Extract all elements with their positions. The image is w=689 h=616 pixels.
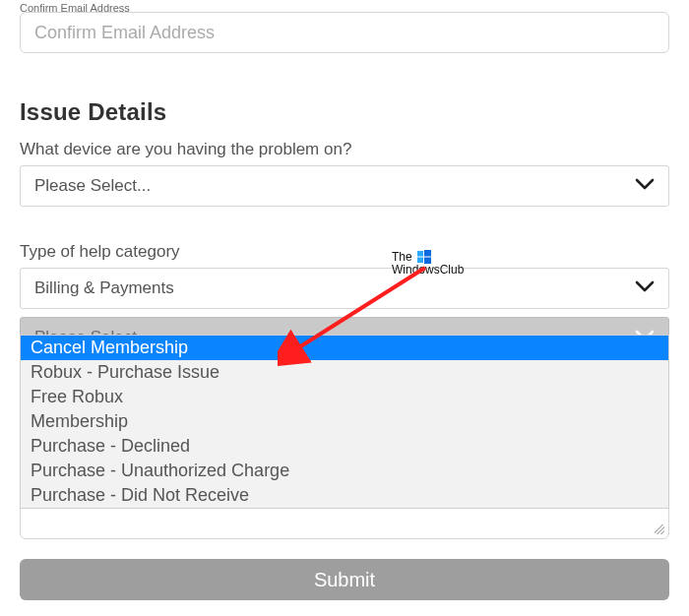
subcategory-option[interactable]: Purchase - Declined — [21, 434, 668, 459]
chevron-down-icon — [635, 176, 655, 196]
device-select[interactable]: Please Select... — [20, 165, 669, 207]
submit-button[interactable]: Submit — [20, 559, 669, 600]
confirm-email-input[interactable] — [20, 12, 669, 53]
subcategory-option[interactable]: Purchase - Unauthorized Charge — [21, 459, 668, 483]
subcategory-option[interactable]: Free Robux — [21, 385, 668, 409]
watermark: The WindowsClub — [392, 250, 464, 277]
help-category-label: Type of help category — [20, 242, 669, 262]
subcategory-option[interactable]: Cancel Membership — [21, 336, 668, 360]
subcategory-option[interactable]: Purchase - Did Not Receive — [21, 483, 668, 508]
windowsclub-logo-icon — [417, 250, 431, 264]
help-category-select[interactable]: Billing & Payments — [20, 268, 669, 309]
chevron-down-icon — [635, 278, 655, 298]
svg-rect-0 — [417, 251, 423, 257]
device-select-value: Please Select... — [34, 176, 151, 196]
device-label: What device are you having the problem o… — [20, 140, 669, 159]
svg-rect-1 — [424, 250, 431, 257]
subcategory-option[interactable]: Robux - Purchase Issue — [21, 360, 668, 385]
help-category-select-value: Billing & Payments — [34, 278, 174, 298]
issue-details-heading: Issue Details — [20, 98, 669, 126]
confirm-email-top-label: Confirm Email Address — [20, 2, 669, 12]
subcategory-dropdown[interactable]: Cancel MembershipRobux - Purchase IssueF… — [20, 335, 669, 509]
subcategory-option[interactable]: Membership — [21, 409, 668, 434]
